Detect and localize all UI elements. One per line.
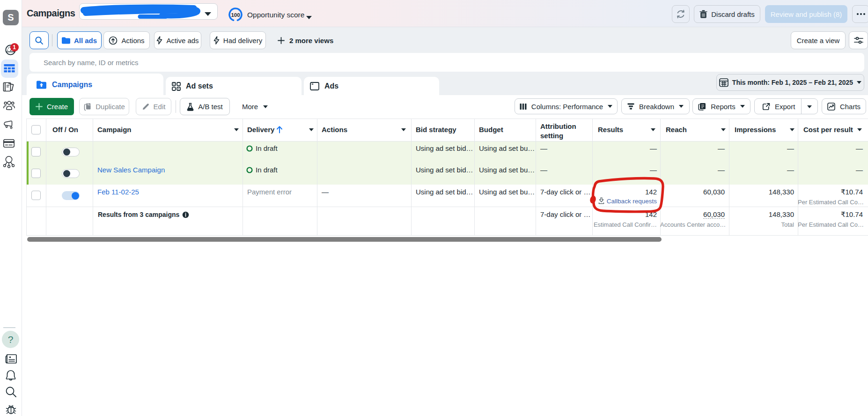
svg-text:100: 100	[231, 12, 240, 18]
